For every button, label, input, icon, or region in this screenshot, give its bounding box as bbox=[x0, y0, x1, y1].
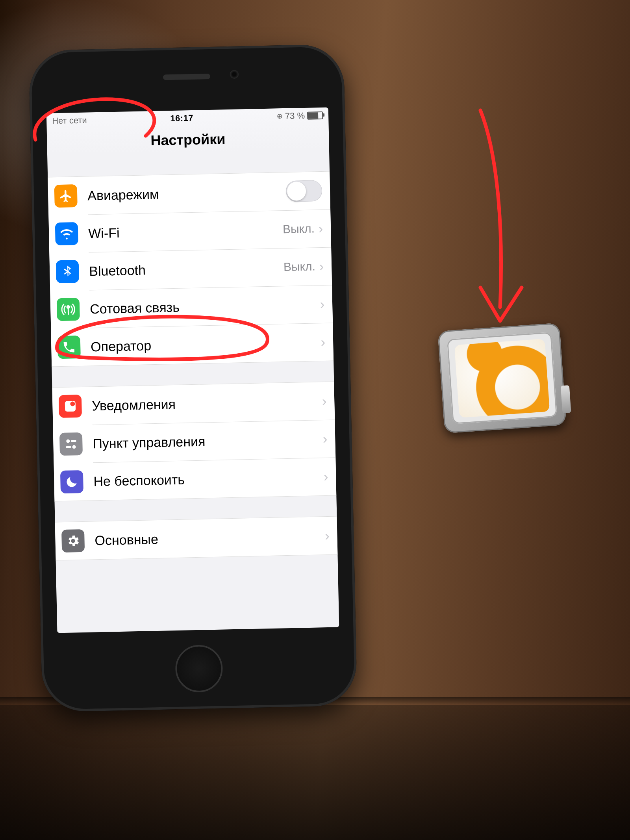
row-airplane[interactable]: Авиарежим bbox=[48, 172, 330, 215]
table-shadow bbox=[0, 705, 630, 840]
iphone-device: Нет сети 16:17 ⊕ 73 % Настройки Авиарежи… bbox=[28, 44, 357, 712]
row-cellular[interactable]: Сотовая связь› bbox=[50, 285, 333, 329]
phone-icon bbox=[57, 336, 81, 359]
screen: Нет сети 16:17 ⊕ 73 % Настройки Авиарежи… bbox=[46, 108, 339, 633]
chevron-right-icon: › bbox=[321, 335, 325, 349]
chevron-right-icon: › bbox=[319, 260, 324, 273]
chevron-right-icon: › bbox=[322, 394, 327, 408]
row-bluetooth[interactable]: BluetoothВыкл.› bbox=[49, 247, 332, 291]
row-value: Выкл. bbox=[284, 260, 316, 274]
antenna-icon bbox=[57, 298, 80, 321]
row-label: Bluetooth bbox=[89, 260, 284, 279]
settings-group: Основные› bbox=[55, 516, 338, 560]
home-button[interactable] bbox=[175, 645, 223, 693]
status-right: ⊕ 73 % bbox=[277, 110, 323, 121]
chevron-right-icon: › bbox=[323, 432, 328, 445]
page-title: Настройки bbox=[47, 123, 329, 157]
annotation-arrow bbox=[457, 102, 536, 335]
row-label: Основные bbox=[94, 528, 325, 548]
orientation-lock-icon: ⊕ bbox=[277, 112, 283, 121]
moon-icon bbox=[60, 470, 83, 493]
row-controlcenter[interactable]: Пункт управления› bbox=[53, 419, 335, 463]
bluetooth-icon bbox=[56, 260, 79, 283]
tray-arm bbox=[561, 385, 571, 413]
chevron-right-icon: › bbox=[324, 470, 328, 483]
settings-group: АвиарежимWi-FiВыкл.›BluetoothВыкл.›Сотов… bbox=[48, 171, 334, 367]
notification-icon bbox=[59, 395, 82, 418]
row-label: Пункт управления bbox=[93, 431, 323, 451]
chevron-right-icon: › bbox=[325, 529, 330, 542]
settings-group: Уведомления›Пункт управления›Не беспокои… bbox=[52, 381, 336, 501]
row-label: Не беспокоить bbox=[93, 469, 324, 489]
toggle-airplane[interactable] bbox=[286, 180, 322, 202]
clock: 16:17 bbox=[170, 113, 193, 124]
row-wifi[interactable]: Wi-FiВыкл.› bbox=[48, 210, 331, 253]
row-label: Авиарежим bbox=[87, 184, 286, 203]
chevron-right-icon: › bbox=[320, 297, 324, 311]
row-general[interactable]: Основные› bbox=[55, 516, 338, 560]
sim-tray bbox=[437, 323, 566, 434]
controls-icon bbox=[59, 432, 83, 456]
airplane-icon bbox=[54, 184, 78, 208]
row-notifications[interactable]: Уведомления› bbox=[52, 382, 335, 425]
front-camera bbox=[230, 70, 239, 78]
row-label: Сотовая связь bbox=[90, 297, 320, 317]
battery-percent: 73 % bbox=[285, 111, 305, 121]
gear-icon bbox=[61, 529, 85, 553]
row-label: Уведомления bbox=[92, 393, 322, 414]
battery-icon bbox=[307, 111, 323, 120]
row-dnd[interactable]: Не беспокоить› bbox=[54, 457, 336, 501]
wifi-icon bbox=[55, 222, 78, 245]
row-label: Wi-Fi bbox=[88, 222, 283, 241]
row-value: Выкл. bbox=[283, 222, 315, 236]
chevron-right-icon: › bbox=[318, 222, 323, 235]
earpiece bbox=[163, 74, 210, 80]
row-carrier[interactable]: Оператор› bbox=[51, 323, 334, 367]
network-status: Нет сети bbox=[52, 115, 87, 126]
sim-card bbox=[454, 339, 550, 418]
row-label: Оператор bbox=[91, 334, 321, 354]
